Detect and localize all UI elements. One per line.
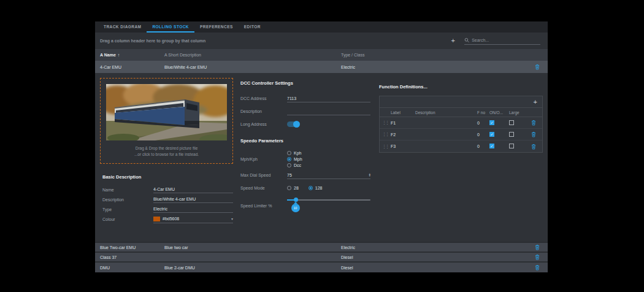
basic-description-section: Basic Description Name Description Type … [100, 174, 233, 224]
trash-icon [531, 144, 536, 150]
delete-row-button[interactable] [535, 64, 540, 70]
column-header-name[interactable]: A Name↑ [100, 53, 164, 57]
column-header-name-label: A Name [100, 53, 116, 57]
dcc-address-label: DCC Address [240, 96, 287, 101]
long-address-toggle[interactable] [287, 121, 299, 127]
fn-col-large[interactable]: Large [509, 110, 527, 115]
picture-dropzone[interactable]: Drag & Drop the desired picture file ...… [100, 78, 233, 164]
description-field[interactable] [153, 196, 233, 203]
slider-track[interactable] [287, 199, 370, 201]
radio-128[interactable]: 128 [309, 186, 323, 190]
speed-mode-label: Speed Mode [240, 186, 287, 190]
delete-function-button[interactable] [531, 144, 536, 150]
dropzone-hint-line2: ...or click to browse for a file instead… [134, 152, 199, 158]
table-header: A Name↑ A Short Description Type / Class [95, 49, 548, 61]
radio-28-label: 28 [294, 186, 299, 190]
colour-select[interactable]: #bd5608 ▾ [153, 215, 233, 223]
table-row[interactable]: DMU Blue 2-car DMU Diesel [95, 261, 548, 272]
max-dial-speed-input[interactable] [287, 172, 369, 179]
function-row[interactable]: ⋮⋮ F1 0 [380, 117, 542, 129]
dcc-description-input[interactable] [287, 108, 370, 115]
cell-type: Diesel [341, 266, 527, 270]
grid-toolbar: Drag a column header here to group by th… [95, 33, 548, 49]
radio-dcc-label: Dcc [294, 163, 301, 167]
table-row[interactable]: Blue Two-car EMU Blue two car Electric [95, 242, 548, 252]
spin-down-icon[interactable]: ▾ [369, 175, 370, 177]
colour-value: #bd5608 [163, 217, 229, 221]
fn-col-fno[interactable]: F no [477, 110, 489, 115]
radio-icon [287, 186, 291, 190]
add-function-button[interactable]: + [534, 99, 537, 106]
mph-kph-label: Mph/Kph [240, 157, 287, 161]
cell-name: Blue Two-car EMU [100, 245, 164, 250]
slider-thumb[interactable] [294, 198, 298, 202]
table-row-selected[interactable]: 4-Car EMU Blue/White 4-car EMU Electric [95, 61, 548, 73]
large-checkbox[interactable] [509, 144, 514, 148]
radio-checked-icon [309, 186, 313, 190]
tab-rolling-stock[interactable]: ROLLING STOCK [147, 21, 194, 33]
drag-handle-icon[interactable]: ⋮⋮ [382, 120, 391, 125]
function-panel-toolbar: + [380, 96, 542, 107]
onoff-checkbox[interactable] [489, 132, 494, 137]
speed-limiter-slider[interactable]: 10 [287, 196, 370, 215]
large-checkbox[interactable] [509, 132, 514, 137]
radio-mph-label: Mph [294, 157, 302, 161]
table-row[interactable]: Class 37 Diesel [95, 252, 548, 261]
slider-value-balloon: 10 [291, 204, 300, 212]
delete-row-button[interactable] [535, 264, 540, 271]
description-label: Description [102, 198, 153, 202]
radio-dcc[interactable]: Dcc [287, 163, 302, 167]
detail-panel: Drag & Drop the desired picture file ...… [95, 73, 548, 242]
fn-fno: 0 [477, 144, 489, 148]
add-row-button[interactable]: + [451, 37, 455, 44]
slider-value: 10 [294, 206, 297, 210]
delete-function-button[interactable] [531, 131, 536, 137]
toggle-knob [293, 121, 300, 128]
radio-kph[interactable]: Kph [287, 151, 302, 155]
drag-handle-icon[interactable]: ⋮⋮ [382, 144, 391, 149]
name-field[interactable] [153, 186, 233, 193]
fn-fno: 0 [477, 133, 489, 137]
detail-right-column: Function Definitions... + Label Descript… [379, 78, 543, 239]
column-header-type[interactable]: Type / Class [341, 53, 527, 57]
onoff-checkbox[interactable] [489, 120, 494, 125]
fn-label: F3 [391, 144, 415, 148]
delete-row-button[interactable] [535, 244, 540, 250]
function-row[interactable]: ⋮⋮ F2 0 [380, 129, 542, 140]
dropzone-hint: Drag & Drop the desired picture file ...… [134, 145, 199, 158]
trash-icon [531, 120, 536, 126]
detail-left-column: Drag & Drop the desired picture file ...… [100, 78, 233, 239]
tab-editor[interactable]: EDITOR [239, 21, 266, 33]
fn-col-label[interactable]: Label [391, 110, 415, 115]
fn-col-description[interactable]: Description [415, 110, 477, 115]
function-definitions-title: Function Definitions... [379, 84, 543, 90]
drag-handle-icon[interactable]: ⋮⋮ [382, 132, 391, 137]
max-dial-speed-label: Max Dial Speed [240, 173, 287, 177]
function-definitions-panel: + Label Description F no ON/O... Large ⋮… [379, 96, 543, 153]
radio-128-label: 128 [315, 186, 323, 190]
dcc-address-input[interactable] [287, 95, 370, 102]
tab-track-diagram[interactable]: TRACK DIAGRAM [98, 21, 147, 33]
type-field[interactable] [153, 206, 233, 213]
speedo-parameters-title: Speedo Parameters [240, 138, 370, 144]
radio-mph[interactable]: Mph [287, 157, 302, 161]
fn-col-onoff[interactable]: ON/O... [489, 110, 509, 115]
column-header-description[interactable]: A Short Description [164, 53, 341, 57]
delete-function-button[interactable] [531, 120, 536, 126]
large-checkbox[interactable] [509, 120, 514, 125]
name-label: Name [102, 188, 153, 192]
tab-preferences[interactable]: PREFERENCES [194, 21, 239, 33]
cell-name: 4-Car EMU [100, 65, 164, 69]
cell-type: Electric [341, 65, 527, 69]
dropzone-hint-line1: Drag & Drop the desired picture file [134, 145, 199, 152]
search-box[interactable] [464, 37, 540, 45]
cell-name: DMU [100, 266, 164, 270]
function-row[interactable]: ⋮⋮ F3 0 [380, 140, 542, 152]
delete-row-button[interactable] [535, 254, 540, 260]
trash-icon [535, 254, 540, 260]
rolling-stock-photo [106, 84, 227, 140]
radio-28[interactable]: 28 [287, 186, 299, 190]
search-input[interactable] [472, 38, 540, 42]
onoff-checkbox[interactable] [489, 144, 494, 148]
chevron-down-icon: ▾ [231, 217, 233, 221]
